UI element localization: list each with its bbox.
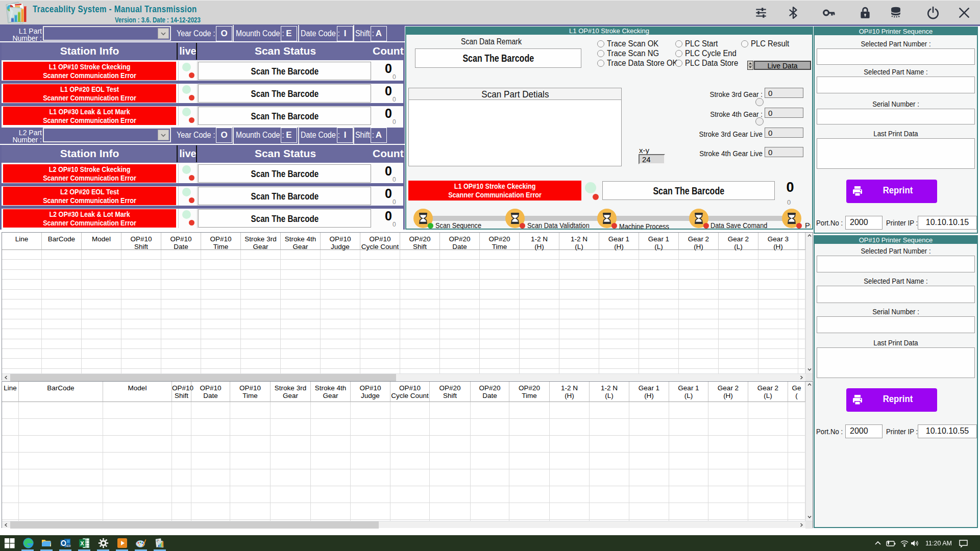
svg-text:NEW: NEW <box>65 545 71 547</box>
svg-text:X: X <box>80 540 84 546</box>
